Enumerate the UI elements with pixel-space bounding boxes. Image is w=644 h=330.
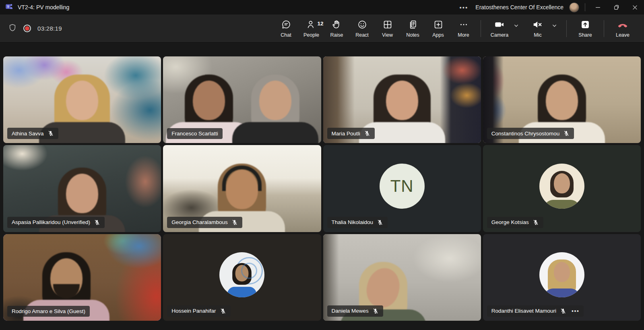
participant-tile[interactable]: Rodrigo Amaro e Silva (Guest)	[3, 234, 161, 321]
security-shield-icon[interactable]	[8, 23, 17, 34]
people-count-badge: 12	[318, 21, 324, 27]
mic-muted-icon	[563, 130, 570, 137]
participant-nameplate: Rodrigo Amaro e Silva (Guest)	[7, 306, 90, 317]
participant-nameplate: Hossein Panahifar	[167, 305, 230, 317]
view-button[interactable]: View	[375, 18, 400, 39]
photo-avatar	[539, 164, 584, 209]
participant-tile[interactable]: Athina Savva	[3, 56, 161, 143]
initials-avatar: TN	[380, 164, 425, 209]
participant-tile[interactable]: TN Thalia Nikolaidou	[323, 145, 481, 232]
minimize-icon[interactable]	[588, 0, 607, 15]
people-icon: 12	[306, 19, 317, 30]
participant-name: Rodrigo Amaro e Silva (Guest)	[12, 308, 85, 314]
mic-muted-icon	[560, 308, 566, 314]
recording-indicator	[23, 25, 31, 32]
apps-icon	[433, 19, 444, 30]
participant-tile[interactable]: Maria Poutli	[323, 56, 481, 143]
more-button[interactable]: More	[451, 18, 476, 39]
participant-tile[interactable]: Rodanthi Elisavet Mamouri •••	[483, 234, 641, 321]
mic-muted-icon	[533, 219, 539, 226]
participant-name: Aspasia Pallikaridou (Unverified)	[12, 219, 90, 225]
meeting-title: VT2-4: PV modelling	[18, 4, 69, 10]
photo-avatar	[219, 252, 264, 297]
participant-tile[interactable]: Constantinos Chrysostomou	[483, 56, 641, 143]
participant-name: Constantinos Chrysostomou	[491, 131, 560, 137]
participant-name: Rodanthi Elisavet Mamouri	[491, 308, 556, 314]
person-silhouette	[539, 256, 584, 297]
user-avatar[interactable]	[569, 2, 579, 12]
toolbar-actions: Chat12PeopleRaiseReactViewNotesAppsMoreC…	[273, 18, 637, 39]
more-icon	[458, 19, 469, 30]
participant-name: Francesco Scarlatti	[171, 131, 218, 137]
participant-nameplate: Daniela Mewes	[327, 305, 383, 317]
close-icon[interactable]	[625, 0, 644, 15]
participant-name: Georgia Charalambous	[171, 219, 228, 225]
mic-muted-icon	[47, 130, 54, 137]
notes-button[interactable]: Notes	[400, 18, 425, 39]
mic-muted-speaker-icon	[532, 19, 543, 30]
participant-nameplate: Constantinos Chrysostomou	[487, 128, 574, 139]
person-silhouette	[539, 168, 584, 209]
svg-text:T: T	[7, 5, 9, 9]
meeting-toolbar: 03:28:19 Chat12PeopleRaiseReactViewNotes…	[0, 15, 644, 43]
toolbar-divider	[604, 20, 604, 37]
mic-muted-icon	[377, 219, 383, 226]
chat-button[interactable]: Chat	[273, 18, 299, 39]
mic-muted-icon	[94, 219, 100, 226]
participant-nameplate: Rodanthi Elisavet Mamouri •••	[487, 305, 584, 317]
restore-icon[interactable]	[607, 0, 625, 15]
people-button[interactable]: 12People	[299, 18, 324, 39]
chevron-down-icon[interactable]	[511, 23, 521, 30]
mic-button[interactable]: Mic	[526, 18, 559, 39]
toolbar-divider	[566, 20, 567, 37]
mic-muted-icon	[231, 219, 238, 226]
share-button[interactable]: Share	[574, 18, 597, 39]
raise-button[interactable]: Raise	[324, 18, 349, 39]
react-button[interactable]: React	[349, 18, 375, 39]
participant-tile[interactable]: Francesco Scarlatti	[163, 56, 321, 143]
react-icon	[357, 19, 367, 30]
mic-muted-icon	[364, 130, 370, 137]
participant-nameplate: Francesco Scarlatti	[167, 128, 223, 139]
org-account-name[interactable]: Eratosthenes Center Of Excellence	[475, 4, 564, 10]
chevron-down-icon[interactable]	[549, 23, 559, 30]
participant-nameplate: Georgia Charalambous	[167, 217, 242, 228]
participant-name: Daniela Mewes	[332, 308, 369, 314]
participant-nameplate: Athina Savva	[7, 128, 58, 139]
participant-tile[interactable]: Hossein Panahifar	[163, 234, 321, 321]
titlebar-more-icon[interactable]: •••	[452, 4, 476, 11]
leave-button[interactable]: Leave	[611, 18, 634, 39]
participant-nameplate: George Kotsias	[487, 217, 543, 228]
teams-icon: T	[5, 2, 13, 12]
participant-tile[interactable]: Georgia Charalambous	[163, 145, 321, 232]
view-icon	[382, 19, 393, 30]
chat-icon	[281, 19, 291, 30]
leave-call-icon	[617, 19, 629, 30]
video-grid: Athina Savva Francesco Scarlatti Maria P…	[3, 56, 641, 321]
participant-name: George Kotsias	[491, 219, 529, 225]
raise-hand-icon	[332, 19, 342, 30]
photo-avatar	[539, 252, 584, 297]
notes-icon	[408, 19, 418, 30]
person-silhouette	[229, 75, 321, 143]
meeting-stage: Athina Savva Francesco Scarlatti Maria P…	[0, 43, 644, 330]
participant-tile[interactable]: Daniela Mewes	[323, 234, 481, 321]
person-silhouette	[223, 260, 260, 297]
participant-tile[interactable]: Aspasia Pallikaridou (Unverified)	[3, 145, 161, 232]
participant-tile[interactable]: George Kotsias	[483, 145, 641, 232]
camera-icon	[494, 19, 505, 30]
titlebar-divider	[585, 3, 585, 11]
share-icon	[580, 19, 590, 30]
camera-button[interactable]: Camera	[488, 18, 521, 39]
tile-more-options-icon[interactable]: •••	[572, 308, 579, 314]
window-titlebar: T VT2-4: PV modelling ••• Eratosthenes C…	[0, 0, 644, 15]
participant-nameplate: Maria Poutli	[327, 128, 375, 139]
apps-button[interactable]: Apps	[425, 18, 451, 39]
toolbar-divider	[481, 20, 481, 37]
mic-muted-icon	[372, 308, 379, 314]
participant-nameplate: Aspasia Pallikaridou (Unverified)	[7, 217, 105, 228]
meeting-timer: 03:28:19	[37, 25, 62, 32]
participant-nameplate: Thalia Nikolaidou	[327, 217, 388, 228]
participant-name: Hossein Panahifar	[171, 308, 216, 314]
participant-name: Maria Poutli	[332, 131, 360, 137]
